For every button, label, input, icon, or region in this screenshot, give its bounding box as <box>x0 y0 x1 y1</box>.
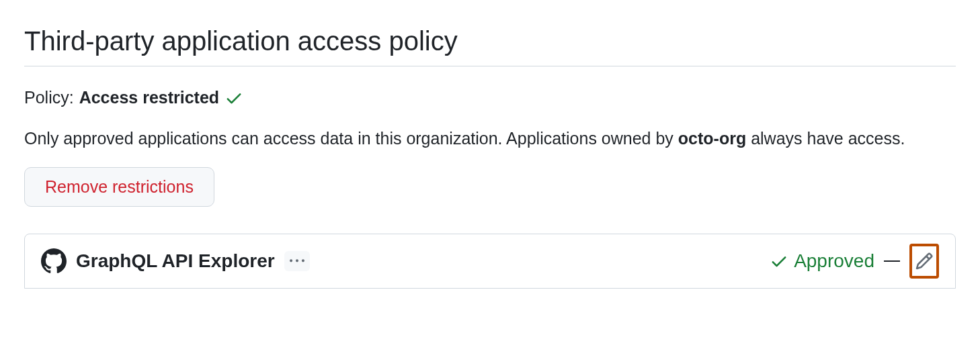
app-name-link[interactable]: GraphQL API Explorer <box>76 250 275 272</box>
app-list-item: GraphQL API Explorer Approved <box>24 234 956 289</box>
policy-description: Only approved applications can access da… <box>24 126 956 152</box>
description-suffix: always have access. <box>746 129 905 148</box>
policy-label: Policy: <box>24 85 74 111</box>
pencil-icon <box>915 252 934 271</box>
page-title: Third-party application access policy <box>24 24 956 66</box>
app-logo-icon <box>41 248 67 274</box>
connector-line <box>884 260 900 262</box>
app-status: Approved <box>770 250 874 272</box>
remove-restrictions-button[interactable]: Remove restrictions <box>24 167 214 207</box>
check-icon <box>224 89 243 107</box>
edit-app-button[interactable] <box>909 244 939 279</box>
description-prefix: Only approved applications can access da… <box>24 129 678 148</box>
org-name: octo-org <box>678 129 746 148</box>
kebab-menu-button[interactable] <box>284 251 310 271</box>
app-status-label: Approved <box>794 250 874 272</box>
policy-status-row: Policy: Access restricted <box>24 85 956 111</box>
policy-value: Access restricted <box>79 85 219 111</box>
